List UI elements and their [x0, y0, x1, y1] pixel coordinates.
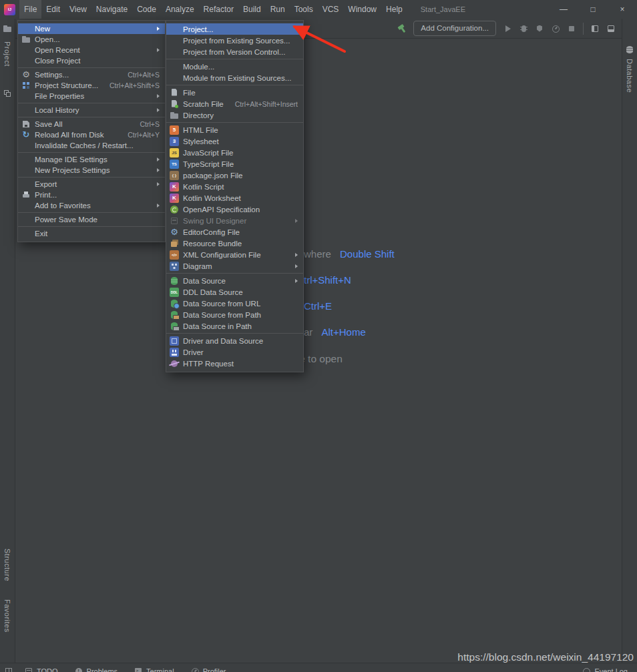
menu-item-diagram[interactable]: Diagram — [166, 260, 303, 272]
menu-item-typescript-file[interactable]: TypeScript File — [166, 158, 303, 170]
menu-item-open[interactable]: Open... — [18, 34, 165, 45]
menu-item-data-source-from-path[interactable]: Data Source from Path — [166, 309, 303, 320]
menu-item-swing-ui-designer[interactable]: Swing UI Designer — [166, 215, 303, 226]
balloon-icon — [582, 667, 591, 672]
tool-button-structure[interactable]: Structure — [3, 549, 11, 581]
tool-window-switcher-icon[interactable] — [4, 667, 13, 672]
menubar-item-navigate[interactable]: Navigate — [91, 0, 132, 19]
minimize-button[interactable]: — — [549, 0, 578, 19]
menu-item-exit[interactable]: Exit — [18, 228, 165, 239]
js-icon — [170, 148, 179, 157]
menu-item-print[interactable]: Print... — [18, 190, 165, 200]
menu-item-file[interactable]: File — [166, 87, 303, 98]
squares-icon[interactable] — [3, 89, 12, 98]
menubar-item-code[interactable]: Code — [132, 0, 161, 19]
tool-button-favorites[interactable]: Favorites — [3, 599, 11, 633]
menu-item-project-from-existing-sources[interactable]: Project from Existing Sources... — [166, 35, 303, 46]
menu-item-data-source-in-path[interactable]: Data Source in Path — [166, 320, 303, 332]
menu-item-project[interactable]: Project... — [166, 23, 303, 35]
menubar-item-window[interactable]: Window — [343, 0, 381, 19]
menu-item-ddl-data-source[interactable]: DDL Data Source — [166, 286, 303, 298]
menu-item-close-project[interactable]: Close Project — [18, 55, 165, 66]
menu-separator — [18, 212, 165, 213]
menu-item-label: Data Source — [183, 277, 226, 285]
bug-icon[interactable] — [519, 24, 528, 33]
statusbar-tab-terminal[interactable]: Terminal — [134, 667, 174, 672]
statusbar-tab-profiler[interactable]: Profiler — [190, 667, 226, 672]
tool-button-project[interactable]: Project — [3, 41, 11, 67]
menu-item-driver-and-data-source[interactable]: Driver and Data Source — [166, 335, 303, 346]
menu-item-new-projects-settings[interactable]: New Projects Settings — [18, 165, 165, 176]
close-button[interactable]: × — [608, 0, 637, 19]
menu-item-settings[interactable]: Settings...Ctrl+Alt+S — [18, 69, 165, 80]
layout-icon[interactable] — [606, 24, 616, 33]
menu-item-driver[interactable]: Driver — [166, 346, 303, 358]
menu-item-open-recent[interactable]: Open Recent — [18, 45, 165, 55]
menubar-item-build[interactable]: Build — [238, 0, 266, 19]
menu-item-html-file[interactable]: HTML File — [166, 124, 303, 135]
menu-item-reload-all-from-disk[interactable]: Reload All from DiskCtrl+Alt+Y — [18, 129, 165, 140]
stop-icon[interactable] — [567, 24, 576, 33]
event-log-button[interactable]: Event Log — [582, 667, 628, 672]
menu-item-package-json-file[interactable]: package.json File — [166, 170, 303, 181]
statusbar-tab-todo[interactable]: TODO — [24, 667, 58, 672]
menu-item-export[interactable]: Export — [18, 179, 165, 190]
menubar-item-help[interactable]: Help — [381, 0, 407, 19]
tool-button-database[interactable]: Database — [626, 59, 634, 93]
file-icon — [170, 88, 179, 97]
menubar-item-run[interactable]: Run — [266, 0, 290, 19]
menu-item-xml-configuration-file[interactable]: XML Configuration File — [166, 249, 303, 260]
menu-item-editorconfig-file[interactable]: EditorConfig File — [166, 226, 303, 238]
datasource-icon — [170, 276, 179, 286]
menubar-item-tools[interactable]: Tools — [290, 0, 318, 19]
coverage-icon[interactable] — [535, 24, 544, 33]
menu-item-project-from-version-control[interactable]: Project from Version Control... — [166, 46, 303, 57]
menu-item-data-source-from-url[interactable]: Data Source from URL — [166, 298, 303, 309]
folder-icon[interactable] — [3, 24, 12, 33]
menu-item-label: Open Recent — [35, 46, 80, 54]
database-side-icon[interactable] — [625, 45, 634, 55]
menu-item-file-properties[interactable]: File Properties — [18, 91, 165, 101]
menu-item-scratch-file[interactable]: Scratch FileCtrl+Alt+Shift+Insert — [166, 98, 303, 109]
menu-item-power-save-mode[interactable]: Power Save Mode — [18, 214, 165, 225]
shortcut-hints: where Double Shifttrl+Shift+NCtrl+Ear Al… — [304, 248, 395, 352]
structure-icon — [21, 81, 31, 90]
menu-item-module-from-existing-sources[interactable]: Module from Existing Sources... — [166, 72, 303, 83]
reload-icon — [21, 130, 31, 139]
menubar-item-edit[interactable]: Edit — [41, 0, 65, 19]
menu-item-kotlin-worksheet[interactable]: Kotlin Worksheet — [166, 192, 303, 204]
menubar-item-analyze[interactable]: Analyze — [161, 0, 199, 19]
maximize-button[interactable]: □ — [578, 0, 608, 19]
menu-item-http-request[interactable]: HTTP Request — [166, 358, 303, 369]
menu-separator — [18, 67, 165, 68]
menu-item-stylesheet[interactable]: Stylesheet — [166, 135, 303, 147]
menu-item-label: Power Save Mode — [35, 216, 97, 224]
menubar-item-refactor[interactable]: Refactor — [199, 0, 238, 19]
menubar-item-file[interactable]: File — [19, 0, 41, 19]
build-hammer-icon[interactable] — [397, 24, 407, 33]
menu-item-resource-bundle[interactable]: Resource Bundle — [166, 238, 303, 249]
menu-item-module[interactable]: Module... — [166, 61, 303, 72]
menu-item-openapi-specification[interactable]: OpenAPI Specification — [166, 204, 303, 215]
menubar-item-view[interactable]: View — [65, 0, 91, 19]
menu-item-project-structure[interactable]: Project Structure...Ctrl+Alt+Shift+S — [18, 80, 165, 91]
menu-item-label: Reload All from Disk — [35, 131, 104, 139]
profiler-icon[interactable] — [551, 24, 560, 33]
add-configuration-button[interactable]: Add Configuration... — [413, 21, 496, 36]
menu-item-local-history[interactable]: Local History — [18, 105, 165, 115]
menu-item-javascript-file[interactable]: JavaScript File — [166, 147, 303, 158]
menu-item-directory[interactable]: Directory — [166, 109, 303, 121]
menu-item-data-source[interactable]: Data Source — [166, 275, 303, 286]
play-icon[interactable] — [503, 24, 512, 33]
statusbar-tab-problems[interactable]: Problems — [74, 667, 118, 672]
menu-item-new[interactable]: New — [18, 23, 165, 34]
menu-separator — [18, 226, 165, 227]
menu-item-save-all[interactable]: Save AllCtrl+S — [18, 119, 165, 129]
menu-item-add-to-favorites[interactable]: Add to Favorites — [18, 200, 165, 211]
project-window-icon[interactable] — [590, 24, 600, 33]
menu-item-label: New — [35, 25, 50, 33]
menu-item-kotlin-script[interactable]: Kotlin Script — [166, 181, 303, 192]
menubar-item-vcs[interactable]: VCS — [318, 0, 344, 19]
menu-item-manage-ide-settings[interactable]: Manage IDE Settings — [18, 154, 165, 165]
menu-item-invalidate-caches-restart[interactable]: Invalidate Caches / Restart... — [18, 140, 165, 151]
